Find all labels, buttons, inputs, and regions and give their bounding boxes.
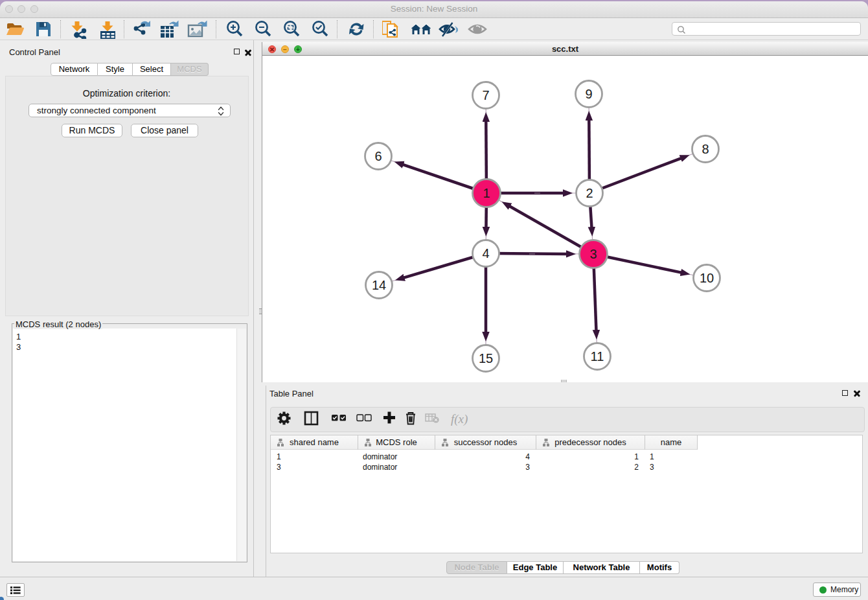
svg-text:15: 15 [479, 351, 493, 365]
svg-text:1: 1 [483, 186, 490, 200]
svg-text:4: 4 [482, 246, 489, 260]
svg-text:11: 11 [591, 349, 604, 363]
svg-text:8: 8 [702, 142, 709, 156]
svg-text:3: 3 [589, 247, 597, 261]
svg-text:f(x): f(x) [451, 412, 468, 426]
svg-text:6: 6 [374, 149, 382, 163]
svg-text:10: 10 [700, 271, 714, 285]
svg-text:14: 14 [372, 278, 386, 292]
svg-text:2: 2 [586, 186, 593, 200]
svg-text:9: 9 [585, 87, 592, 101]
svg-text:7: 7 [482, 88, 489, 102]
